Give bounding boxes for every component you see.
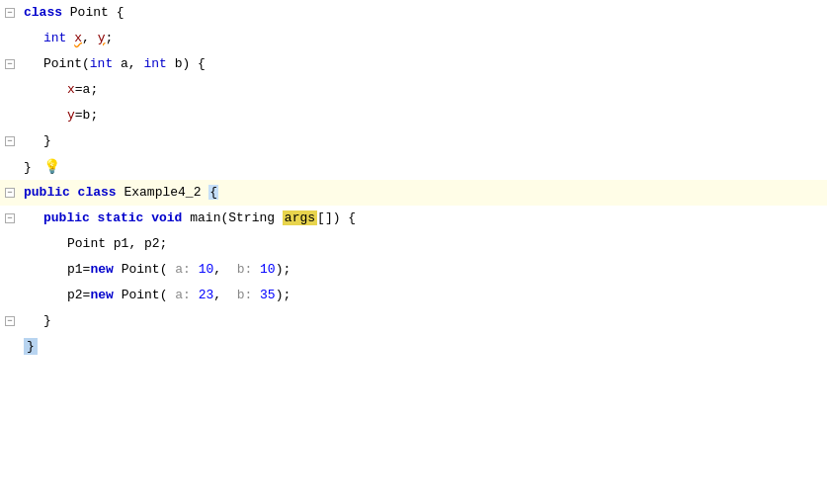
line-content-12: p2=new Point( a: 23, b: 35); xyxy=(20,283,827,308)
p2-assign: p2= xyxy=(67,288,90,302)
point-call-2: Point( xyxy=(122,288,176,302)
hint-b-1: b: xyxy=(237,262,260,277)
fold-icon-6[interactable]: − xyxy=(5,136,15,146)
type-int-2: int xyxy=(90,56,121,71)
keyword-void: void xyxy=(151,210,190,225)
line-1: − class Point { xyxy=(0,0,827,26)
code-editor: − class Point { int x, y; − Point(int a,… xyxy=(0,0,827,504)
semicolon-1: ; xyxy=(105,31,113,45)
comma-2: , xyxy=(213,262,236,277)
line-content-2: int x, y; xyxy=(20,26,827,51)
keyword-static: static xyxy=(98,210,152,225)
gutter-5 xyxy=(0,103,20,128)
brace-open-1: { xyxy=(117,5,124,20)
line-6: − } xyxy=(0,128,827,154)
gutter-8[interactable]: − xyxy=(0,180,20,206)
point-decl: Point p1, p2; xyxy=(67,236,167,251)
gutter-12 xyxy=(0,283,20,308)
brace-close-3: } xyxy=(43,313,51,328)
num-23: 23 xyxy=(199,288,214,302)
line-content-4: x=a; xyxy=(20,77,827,103)
keyword-class: class xyxy=(24,5,70,20)
type-int-3: int xyxy=(143,56,174,71)
assign-y-val: =b; xyxy=(75,108,98,123)
hint-a-2: a: xyxy=(175,288,198,302)
line-content-6: } xyxy=(20,128,827,154)
line-7: } 💡 xyxy=(0,154,827,180)
line-2: int x, y; xyxy=(0,26,827,51)
gutter-7 xyxy=(0,154,20,180)
hint-a-1: a: xyxy=(175,262,198,277)
var-x: x xyxy=(74,31,82,45)
gutter-10 xyxy=(0,231,20,257)
code-area: − class Point { int x, y; − Point(int a,… xyxy=(0,0,827,504)
lightbulb-icon[interactable]: 💡 xyxy=(43,159,60,175)
line-content-8: public class Example4_2 { xyxy=(20,180,827,206)
line-content-7: } 💡 xyxy=(20,154,827,181)
param-a: a, xyxy=(121,56,143,71)
keyword-new-2: new xyxy=(90,288,121,302)
point-call-1: Point( xyxy=(122,262,176,277)
line-content-13: } xyxy=(20,308,827,334)
line-10: Point p1, p2; xyxy=(0,231,827,257)
p1-close: ); xyxy=(276,262,291,277)
gutter-11 xyxy=(0,257,20,283)
line-8: − public class Example4_2 { xyxy=(0,180,827,206)
fold-icon-8[interactable]: − xyxy=(5,188,15,198)
class-name-example: Example4_2 xyxy=(124,185,208,200)
line-9: − public static void main(String args[])… xyxy=(0,206,827,231)
assign-y: y xyxy=(67,108,75,123)
line-3: − Point(int a, int b) { xyxy=(0,51,827,77)
fold-icon-3[interactable]: − xyxy=(5,59,15,69)
line-13: − } xyxy=(0,308,827,334)
brace-highlight: { xyxy=(208,185,218,200)
line-content-1: class Point { xyxy=(20,0,827,26)
gutter-2 xyxy=(0,26,20,51)
line-5: y=b; xyxy=(0,103,827,128)
assign-x: x xyxy=(67,82,75,97)
class-name-point: Point xyxy=(70,5,117,20)
gutter-1[interactable]: − xyxy=(0,0,20,26)
num-10-2: 10 xyxy=(260,262,276,277)
line-4: x=a; xyxy=(0,77,827,103)
line-12: p2=new Point( a: 23, b: 35); xyxy=(0,283,827,308)
gutter-6[interactable]: − xyxy=(0,128,20,154)
gutter-13[interactable]: − xyxy=(0,308,20,334)
line-14: } xyxy=(0,334,827,360)
gutter-3[interactable]: − xyxy=(0,51,20,77)
fold-icon-9[interactable]: − xyxy=(5,213,15,223)
p1-assign: p1= xyxy=(67,262,90,277)
gutter-4 xyxy=(0,77,20,103)
keyword-new-1: new xyxy=(90,262,121,277)
method-main: main(String xyxy=(190,210,283,225)
line-content-14: } xyxy=(20,334,827,360)
line-content-5: y=b; xyxy=(20,103,827,128)
method-point: Point( xyxy=(43,56,90,71)
comma-1: , xyxy=(82,31,98,45)
line-content-9: public static void main(String args[]) { xyxy=(20,206,827,231)
comma-3: , xyxy=(213,288,236,302)
param-args-highlight: args xyxy=(283,210,317,225)
num-35: 35 xyxy=(260,288,276,302)
gutter-9[interactable]: − xyxy=(0,206,20,231)
hint-b-2: b: xyxy=(237,288,260,302)
brace-close-1: } xyxy=(43,133,51,148)
gutter-14 xyxy=(0,334,20,360)
keyword-class-2: class xyxy=(78,185,124,200)
assign-x-val: =a; xyxy=(75,82,98,97)
line-content-3: Point(int a, int b) { xyxy=(20,51,827,77)
line-content-10: Point p1, p2; xyxy=(20,231,827,257)
final-brace-highlight: } xyxy=(24,338,38,355)
line-11: p1=new Point( a: 10, b: 10); xyxy=(0,257,827,283)
main-params: []) { xyxy=(317,210,356,225)
type-int-1: int xyxy=(43,31,74,45)
brace-close-2: } xyxy=(24,160,40,175)
keyword-public-1: public xyxy=(24,185,78,200)
num-10-1: 10 xyxy=(199,262,214,277)
keyword-public-2: public xyxy=(43,210,98,225)
fold-icon-13[interactable]: − xyxy=(5,316,15,326)
param-b: b) { xyxy=(175,56,206,71)
fold-icon-1[interactable]: − xyxy=(5,8,15,18)
p2-close: ); xyxy=(276,288,291,302)
line-content-11: p1=new Point( a: 10, b: 10); xyxy=(20,257,827,283)
